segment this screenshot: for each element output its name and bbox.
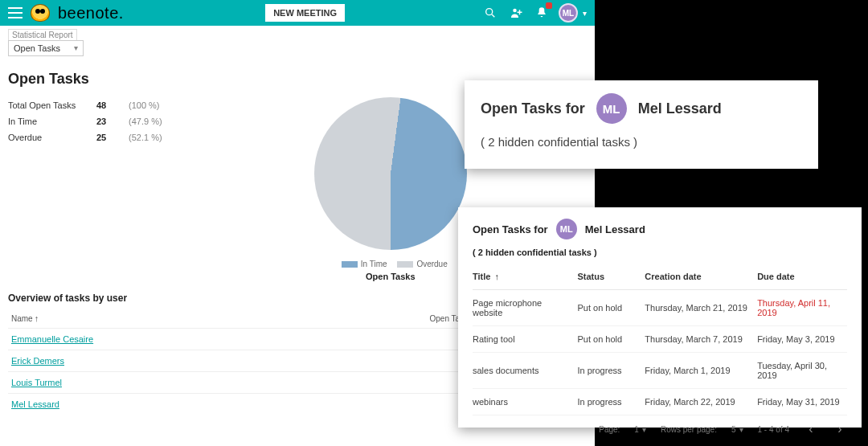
table-row: Page microphone websitePut on holdThursd… (473, 290, 847, 326)
cell-open: 9 (309, 372, 475, 394)
user-link[interactable]: Louis Turmel (11, 378, 62, 387)
table-row: webinarsIn progressFriday, March 22, 201… (473, 389, 847, 415)
legend-swatch-intime (342, 261, 358, 268)
svg-point-0 (486, 9, 493, 15)
table-row: sales documentsIn progressFriday, March … (473, 353, 847, 389)
tasks-table: Title ↑ Status Creation date Due date Pa… (473, 264, 847, 415)
svg-point-2 (513, 9, 517, 13)
detail-subtext: ( 2 hidden confidential tasks ) (473, 248, 847, 257)
cell-open: 1 (309, 350, 475, 372)
svg-rect-4 (518, 12, 522, 14)
stat-label: In Time (8, 117, 96, 126)
callout-name: Mel Lessard (638, 100, 722, 117)
svg-line-1 (492, 14, 494, 17)
callout-subtext: ( 2 hidden confidential tasks ) (481, 135, 802, 149)
col-status[interactable]: Status (577, 264, 645, 290)
stat-pct: (100 %) (129, 100, 160, 110)
user-link[interactable]: Mel Lessard (11, 399, 59, 409)
cell-status: In progress (577, 389, 645, 415)
report-group-label: Statistical Report (8, 29, 77, 40)
cell-open: 9 (309, 329, 475, 350)
pager-page-label: Page: (599, 425, 620, 434)
detail-panel: Open Tasks for ML Mel Lessard ( 2 hidden… (458, 207, 862, 428)
sort-asc-icon: ↑ (494, 272, 499, 281)
stat-value: 23 (96, 117, 129, 126)
cell-created: Friday, March 22, 2019 (645, 389, 757, 415)
stat-pct: (47.9 %) (129, 117, 162, 126)
col-due[interactable]: Due date (757, 264, 847, 290)
legend-swatch-overdue (397, 261, 413, 268)
callout-popup: Open Tasks for ML Mel Lessard ( 2 hidden… (465, 80, 818, 169)
brand-text: beenote. (58, 4, 124, 23)
topbar: beenote. NEW MEETING ML ▾ (0, 0, 595, 26)
cell-created: Friday, March 1, 2019 (645, 353, 757, 389)
cell-due: Thursday, April 11, 2019 (757, 290, 847, 326)
report-select[interactable]: Open Tasks (8, 40, 84, 56)
cell-created: Thursday, March 7, 2019 (645, 326, 757, 353)
cell-created: Thursday, March 21, 2019 (645, 290, 757, 326)
cell-status: In progress (577, 353, 645, 389)
search-icon[interactable] (481, 4, 499, 22)
cell-title[interactable]: sales documents (473, 353, 577, 389)
stats-summary: Total Open Tasks48(100 %) In Time23(47.9… (8, 97, 162, 281)
sort-asc-icon: ↑ (35, 313, 39, 323)
stat-value: 25 (96, 133, 129, 142)
pager-range: 1 - 4 of 4 (758, 425, 789, 434)
legend-label: Overdue (416, 260, 447, 268)
notifications-icon[interactable] (533, 4, 551, 22)
stat-value: 48 (96, 100, 129, 110)
callout-prefix: Open Tasks for (481, 100, 585, 117)
col-created[interactable]: Creation date (645, 264, 757, 290)
col-title[interactable]: Title ↑ (473, 264, 577, 290)
avatar: ML (556, 219, 577, 239)
cell-due: Friday, May 31, 2019 (757, 389, 847, 415)
user-link[interactable]: Erick Demers (11, 356, 64, 366)
table-row: Rating toolPut on holdThursday, March 7,… (473, 326, 847, 353)
user-link[interactable]: Emmanuelle Cesaire (11, 334, 93, 344)
pager-rpp-label: Rows per page: (661, 425, 717, 434)
notification-badge (546, 2, 552, 9)
stat-label: Overdue (8, 133, 96, 142)
detail-name: Mel Lessard (585, 223, 645, 235)
bee-logo-icon (31, 4, 50, 22)
cell-open: 6 (309, 394, 475, 415)
cell-status: Put on hold (577, 290, 645, 326)
menu-icon[interactable] (8, 7, 23, 18)
cell-title[interactable]: Rating tool (473, 326, 577, 353)
cell-title[interactable]: webinars (473, 389, 577, 415)
cell-status: Put on hold (577, 326, 645, 353)
avatar[interactable]: ML (559, 3, 578, 23)
col-open[interactable]: Open Tasks (309, 309, 475, 329)
pager-rpp-select[interactable]: 5 ▾ (731, 425, 743, 434)
chevron-down-icon[interactable]: ▾ (583, 9, 587, 18)
pie-chart (314, 97, 467, 250)
pager: Page: 1 ▾ Rows per page: 5 ▾ 1 - 4 of 4 … (473, 415, 847, 436)
stat-pct: (52.1 %) (129, 133, 162, 142)
legend-label: In Time (361, 260, 387, 268)
cell-due: Tuesday, April 30, 2019 (757, 353, 847, 389)
cell-due: Friday, May 3, 2019 (757, 326, 847, 353)
new-meeting-button[interactable]: NEW MEETING (265, 4, 345, 22)
avatar: ML (596, 93, 627, 124)
detail-prefix: Open Tasks for (473, 223, 548, 235)
pager-page-select[interactable]: 1 ▾ (634, 425, 646, 434)
cell-title[interactable]: Page microphone website (473, 290, 577, 326)
stat-label: Total Open Tasks (8, 100, 96, 110)
pager-next-icon[interactable]: › (833, 422, 847, 436)
col-name[interactable]: Name↑ (8, 309, 309, 329)
pager-prev-icon[interactable]: ‹ (804, 422, 818, 436)
add-user-icon[interactable] (507, 4, 525, 22)
